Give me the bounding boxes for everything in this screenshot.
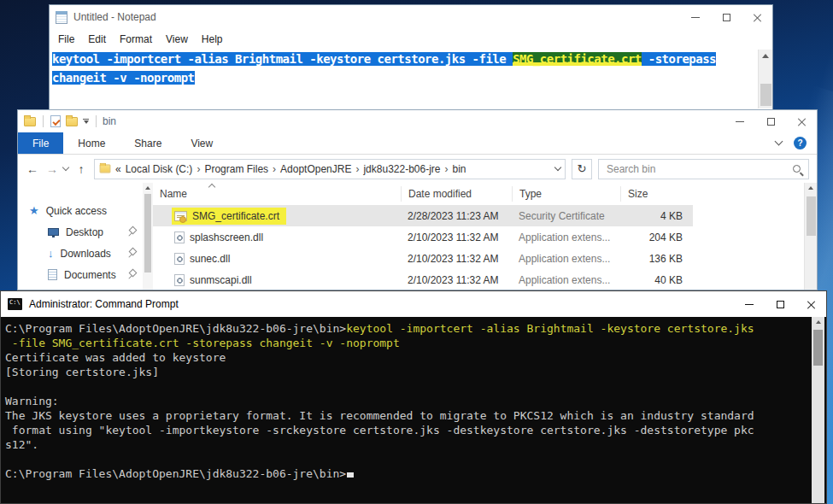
- sidebar-item-desktop[interactable]: Desktop: [18, 221, 143, 243]
- menu-item-file[interactable]: File: [51, 33, 81, 45]
- search-icon: [793, 165, 801, 173]
- file-name: sunmscapi.dll: [190, 274, 252, 286]
- cmd-titlebar[interactable]: Administrator: Command Prompt: [1, 291, 826, 317]
- ribbon-tab-file[interactable]: File: [18, 132, 63, 154]
- explorer-titlebar[interactable]: bin: [18, 110, 817, 132]
- monitor-icon: [48, 228, 59, 236]
- terminal-line: The JKS keystore uses a proprietary form…: [5, 408, 806, 423]
- scroll-up-arrow-icon[interactable]: [145, 186, 150, 190]
- file-date-cell: 2/28/2023 11:23 AM: [401, 210, 512, 222]
- cmd-maximize-button[interactable]: [765, 291, 795, 317]
- column-header-size[interactable]: Size: [620, 186, 693, 202]
- sidebar-item-documents[interactable]: Documents: [18, 264, 143, 285]
- scrollbar-thumb[interactable]: [813, 330, 823, 366]
- up-button[interactable]: [74, 162, 88, 176]
- explorer-window-title: bin: [103, 115, 116, 127]
- customize-toolbar-dropdown[interactable]: [83, 119, 89, 124]
- help-icon[interactable]: [794, 137, 807, 149]
- terminal-text-segment: The JKS keystore uses a proprietary form…: [5, 409, 754, 422]
- download-icon: [48, 247, 54, 260]
- sidebar-item-quick-access[interactable]: Quick access: [18, 200, 143, 221]
- dll-file-icon: [174, 253, 185, 265]
- breadcrumb-separator-icon: [197, 163, 200, 175]
- file-row-sunmscapi-dll[interactable]: sunmscapi.dll2/10/2023 11:32 AMApplicati…: [153, 269, 693, 290]
- scroll-up-arrow-icon[interactable]: [816, 320, 821, 324]
- breadcrumb-segment-jdk8u322-b06-jre[interactable]: jdk8u322-b06-jre: [363, 163, 440, 175]
- notepad-close-button[interactable]: [742, 5, 772, 29]
- menu-item-edit[interactable]: Edit: [81, 33, 113, 45]
- toolbar-separator: [43, 115, 44, 127]
- command-prompt-window: Administrator: Command Prompt C:\Program…: [0, 290, 827, 504]
- breadcrumb-segment-program-files[interactable]: Program Files: [204, 163, 268, 175]
- address-bar[interactable]: «Local Disk (C:)Program FilesAdoptOpenJR…: [94, 159, 566, 179]
- cmd-close-button[interactable]: [795, 291, 826, 317]
- forward-button[interactable]: [45, 162, 59, 176]
- file-name-cell: sunmscapi.dll: [153, 274, 401, 286]
- close-icon: [753, 13, 762, 22]
- refresh-button[interactable]: [572, 159, 592, 179]
- pin-icon: [127, 270, 136, 279]
- chevron-down-icon: [84, 120, 89, 124]
- ribbon-tab-share[interactable]: Share: [120, 132, 176, 154]
- sidebar-item-label: Downloads: [61, 248, 111, 260]
- scroll-up-arrow-icon[interactable]: [762, 54, 769, 58]
- explorer-window-controls: [724, 110, 817, 132]
- column-header-name[interactable]: Name: [153, 186, 401, 202]
- notepad-maximize-button[interactable]: [711, 5, 742, 29]
- collapse-ribbon-chevron-icon[interactable]: [775, 138, 783, 146]
- new-folder-icon[interactable]: [66, 117, 78, 126]
- notepad-text-line-2: changeit -v -noprompt: [50, 68, 772, 87]
- notepad-vertical-scrollbar[interactable]: [758, 50, 772, 108]
- breadcrumb-segment-local-disk-c-[interactable]: Local Disk (C:): [126, 163, 193, 175]
- notepad-titlebar[interactable]: Untitled - Notepad: [50, 5, 772, 29]
- column-header-date-modified[interactable]: Date modified: [401, 186, 512, 202]
- terminal-line: -file SMG_certificate.crt -storepass cha…: [5, 336, 806, 350]
- notepad-minimize-button[interactable]: [680, 5, 711, 29]
- certificate-file-icon: [174, 211, 187, 221]
- minimize-icon: [691, 17, 700, 18]
- menu-item-help[interactable]: Help: [195, 33, 230, 45]
- star-icon: [29, 204, 39, 217]
- navigation-sidebar: Quick accessDesktopDownloadsDocuments: [18, 183, 143, 290]
- notepad-text-area[interactable]: keytool -importcert -alias Brightmail -k…: [50, 50, 772, 108]
- breadcrumb-separator-icon: [355, 163, 359, 175]
- sidebar-item-downloads[interactable]: Downloads: [18, 243, 143, 264]
- scroll-up-arrow-icon[interactable]: [808, 186, 813, 190]
- file-explorer-window: bin FileHomeShareView «Local Disk (C:)Pr…: [17, 109, 818, 290]
- ribbon-tab-home[interactable]: Home: [63, 132, 120, 154]
- scrollbar-thumb[interactable]: [760, 84, 771, 106]
- menu-item-format[interactable]: Format: [113, 33, 159, 45]
- properties-check-icon[interactable]: [50, 115, 61, 127]
- file-row-smg-certificate-crt[interactable]: SMG_certificate.crt2/28/2023 11:23 AMSec…: [153, 205, 693, 226]
- search-placeholder: Search bin: [607, 163, 655, 175]
- selected-text: -storepass: [642, 52, 716, 66]
- recent-locations-chevron-icon[interactable]: [62, 164, 69, 171]
- file-type-cell: Application extens...: [512, 231, 620, 243]
- cmd-minimize-button[interactable]: [734, 291, 765, 317]
- search-input[interactable]: Search bin: [598, 159, 809, 179]
- file-name-cell: splashscreen.dll: [153, 231, 401, 243]
- scrollbar-thumb[interactable]: [144, 194, 151, 273]
- notepad-window-controls: [680, 5, 772, 29]
- terminal-cursor: [347, 472, 354, 478]
- terminal-text-segment: [Storing certstore.jks]: [5, 366, 159, 378]
- file-row-splashscreen-dll[interactable]: splashscreen.dll2/10/2023 11:32 AMApplic…: [153, 226, 693, 248]
- breadcrumb-segment-bin[interactable]: bin: [453, 163, 466, 175]
- breadcrumb-segment-adoptopenjre[interactable]: AdoptOpenJRE: [280, 163, 351, 175]
- ribbon-tab-view[interactable]: View: [176, 132, 227, 154]
- terminal-scrollbar[interactable]: [812, 317, 824, 503]
- explorer-minimize-button[interactable]: [724, 110, 755, 132]
- ribbon-tabs: FileHomeShareView: [18, 132, 227, 154]
- menu-item-view[interactable]: View: [159, 33, 195, 45]
- explorer-close-button[interactable]: [786, 110, 817, 132]
- file-row-sunec-dll[interactable]: sunec.dll2/10/2023 11:32 AMApplication e…: [153, 248, 693, 269]
- back-button[interactable]: [26, 162, 39, 176]
- address-dropdown-chevron-icon[interactable]: [554, 164, 561, 171]
- scrollbar-thumb[interactable]: [807, 196, 816, 236]
- explorer-maximize-button[interactable]: [755, 110, 786, 132]
- terminal-text-segment: format using "keytool -importkeystore -s…: [5, 424, 754, 437]
- file-list-scrollbar[interactable]: [804, 183, 817, 290]
- terminal-output[interactable]: C:\Program Files\AdoptOpenJRE\jdk8u322-b…: [1, 317, 826, 503]
- sidebar-scrollbar[interactable]: [143, 183, 153, 290]
- column-header-type[interactable]: Type: [512, 186, 620, 202]
